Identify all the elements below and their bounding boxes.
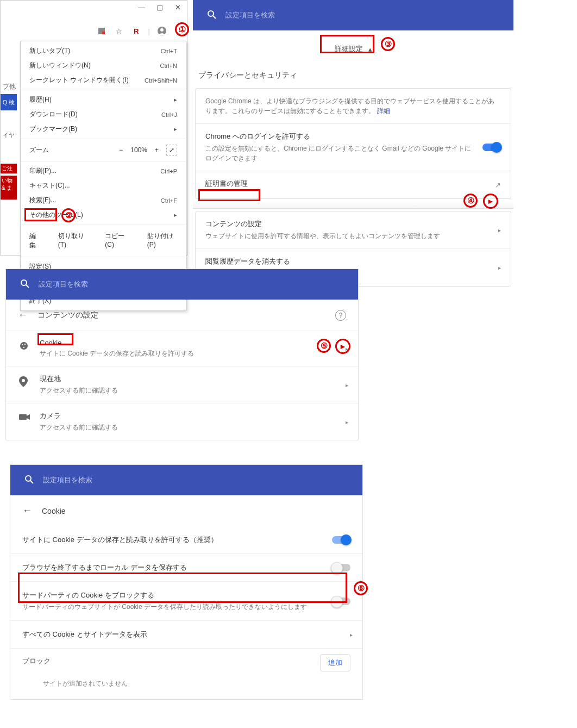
intro-row: Google Chrome は、より快適なブラウジングを提供する目的でウェブサー… <box>196 89 511 124</box>
menu-bookmarks[interactable]: ブックマーク(B)▸ <box>21 122 186 136</box>
add-button[interactable]: 追加 <box>320 654 350 671</box>
search-icon <box>207 10 217 21</box>
page-fragment-notice: ご注 <box>1 164 17 173</box>
close-button[interactable]: ✕ <box>169 1 187 14</box>
allow-cookie-toggle[interactable] <box>332 536 350 544</box>
zoom-value: 100% <box>130 146 147 154</box>
block-3p-row[interactable]: サードパーティの Cookie をブロックする サードパーティのウェブサイトが … <box>10 582 362 621</box>
fullscreen-button[interactable]: ⤢ <box>166 145 177 155</box>
menu-find[interactable]: 検索(F)...Ctrl+F <box>21 193 186 208</box>
menu-new-tab[interactable]: 新しいタブ(T)Ctrl+T <box>21 43 186 58</box>
search-placeholder: 設定項目を検索 <box>43 475 92 485</box>
svg-line-7 <box>26 285 29 288</box>
menu-history[interactable]: 履歴(H)▸ <box>21 92 186 107</box>
advanced-settings-toggle[interactable]: 詳細設定 ▴ <box>327 40 380 58</box>
page-fragment-search: Q 検 <box>1 94 17 110</box>
keep-local-toggle[interactable] <box>332 564 350 571</box>
chevron-right-icon: ▸ <box>498 265 501 271</box>
camera-row[interactable]: カメラ アクセスする前に確認する ▸ <box>6 403 358 440</box>
svg-point-8 <box>20 342 28 350</box>
menu-downloads[interactable]: ダウンロード(D)Ctrl+J <box>21 107 186 122</box>
page-fragment-iya: イヤ <box>3 131 15 139</box>
profile-icon[interactable] <box>156 26 167 36</box>
chevron-right-icon: ▸ <box>346 382 348 388</box>
back-arrow-icon[interactable]: ← <box>22 505 32 517</box>
no-sites-label: サイトが追加されていません <box>10 674 362 699</box>
menu-print[interactable]: 印刷(P)...Ctrl+P <box>21 164 186 178</box>
settings-advanced-panel: 設定項目を検索 詳細設定 ▴ ③ プライバシーとセキュリティ Google Ch… <box>193 0 513 250</box>
content-settings-row[interactable]: コンテンツの設定 ウェブサイトに使用を許可する情報や、表示してもよいコンテンツを… <box>196 211 511 249</box>
zoom-in-button[interactable]: + <box>155 146 159 154</box>
svg-point-14 <box>26 476 31 481</box>
content-settings-panel: 設定項目を検索 ← コンテンツの設定 ? Cookie サイトに Cookie … <box>5 269 359 440</box>
keep-local-row[interactable]: ブラウザを終了するまでローカル データを保存する <box>10 554 362 582</box>
privacy-card: Google Chrome は、より快適なブラウジングを提供する目的でウェブサー… <box>195 88 511 199</box>
maximize-button[interactable]: ▢ <box>150 1 168 14</box>
svg-point-9 <box>22 344 23 345</box>
settings-search-bar-2[interactable]: 設定項目を検索 <box>6 269 358 300</box>
all-cookies-row[interactable]: すべての Cookie とサイトデータを表示 ▸ <box>10 621 362 649</box>
extension-icon[interactable] <box>96 26 107 36</box>
chrome-menu-panel: — ▢ ✕ ☆ R | ⋮ ① ブ他 Q 検 イヤ ご注 い物& ま 新しいタブ… <box>0 0 187 256</box>
chevron-right-icon: ▸ <box>346 419 348 425</box>
location-row[interactable]: 現在地 アクセスする前に確認する ▸ <box>6 366 358 403</box>
menu-new-window[interactable]: 新しいウィンドウ(N)Ctrl+N <box>21 58 186 73</box>
page-title: コンテンツの設定 <box>37 310 98 320</box>
cert-manage-row[interactable]: 証明書の管理 ↗ <box>196 171 511 198</box>
settings-search-bar-3[interactable]: 設定項目を検索 <box>10 465 362 495</box>
chevron-right-icon: ▸ <box>346 346 348 352</box>
menu-incognito[interactable]: シークレット ウィンドウを開く(I)Ctrl+Shift+N <box>21 73 186 88</box>
svg-point-12 <box>22 379 25 382</box>
svg-point-10 <box>24 344 26 345</box>
search-icon <box>20 279 30 290</box>
privacy-section-title: プライバシーとセキュリティ <box>198 71 513 80</box>
menu-cast[interactable]: キャスト(C)... <box>21 178 186 193</box>
cookie-row[interactable]: Cookie サイトに Cookie データの保存と読み取りを許可する ▸ <box>6 331 358 366</box>
bookmark-star-icon[interactable]: ☆ <box>114 26 124 36</box>
svg-line-5 <box>213 16 216 18</box>
allow-cookie-row[interactable]: サイトに Cookie データの保存と読み取りを許可する（推奨） <box>10 526 362 554</box>
kebab-menu-icon[interactable]: ⋮ <box>174 26 185 36</box>
menu-zoom-row: ズーム − 100% + ⤢ <box>21 141 186 159</box>
svg-point-3 <box>160 28 164 32</box>
menu-edit-row: 編集 切り取り(T) コピー(C) 貼り付け(P) <box>21 227 186 254</box>
back-arrow-icon[interactable]: ← <box>18 309 28 321</box>
help-icon[interactable]: ? <box>335 310 346 321</box>
svg-rect-1 <box>102 32 105 34</box>
svg-point-6 <box>21 280 27 285</box>
chrome-login-row[interactable]: Chrome へのログインを許可する この設定を無効にすると、Chrome にロ… <box>196 124 511 171</box>
cookie-header: ← Cookie <box>10 495 362 526</box>
block-3p-toggle[interactable] <box>332 598 350 605</box>
menu-paste[interactable]: 貼り付け(P) <box>139 231 186 251</box>
camera-icon <box>19 413 30 422</box>
cookie-settings-panel: 設定項目を検索 ← Cookie サイトに Cookie データの保存と読み取り… <box>10 464 363 700</box>
cookie-icon <box>19 341 29 352</box>
browser-toolbar: ☆ R | ⋮ <box>96 26 185 36</box>
search-placeholder: 設定項目を検索 <box>225 10 275 20</box>
svg-point-11 <box>23 347 24 348</box>
block-section-header: ブロック 追加 <box>10 649 362 674</box>
minimize-button[interactable]: — <box>133 1 150 14</box>
search-icon <box>24 475 34 486</box>
chevron-right-icon: ▸ <box>498 227 501 233</box>
external-link-icon: ↗ <box>495 181 501 189</box>
chevron-up-icon: ▴ <box>368 45 372 53</box>
rakuten-icon[interactable]: R <box>131 26 142 36</box>
zoom-out-button[interactable]: − <box>119 146 123 154</box>
svg-rect-13 <box>19 414 27 420</box>
settings-search-bar[interactable]: 設定項目を検索 <box>193 0 513 30</box>
intro-detail-link[interactable]: 詳細 <box>377 107 390 115</box>
menu-more-tools[interactable]: その他のツール(L)▸ <box>21 208 186 222</box>
menu-cut[interactable]: 切り取り(T) <box>49 231 97 251</box>
window-controls: — ▢ ✕ <box>133 1 187 14</box>
search-placeholder: 設定項目を検索 <box>39 279 88 289</box>
svg-line-15 <box>30 481 33 483</box>
chevron-right-icon: ▸ <box>350 632 353 638</box>
chrome-login-toggle[interactable] <box>482 144 501 151</box>
location-icon <box>19 376 28 389</box>
menu-copy[interactable]: コピー(C) <box>96 231 138 251</box>
svg-point-4 <box>208 11 214 16</box>
page-fragment-other: ブ他 <box>3 82 16 91</box>
content-settings-header: ← コンテンツの設定 ? <box>6 300 358 331</box>
torn-edge <box>193 201 513 209</box>
